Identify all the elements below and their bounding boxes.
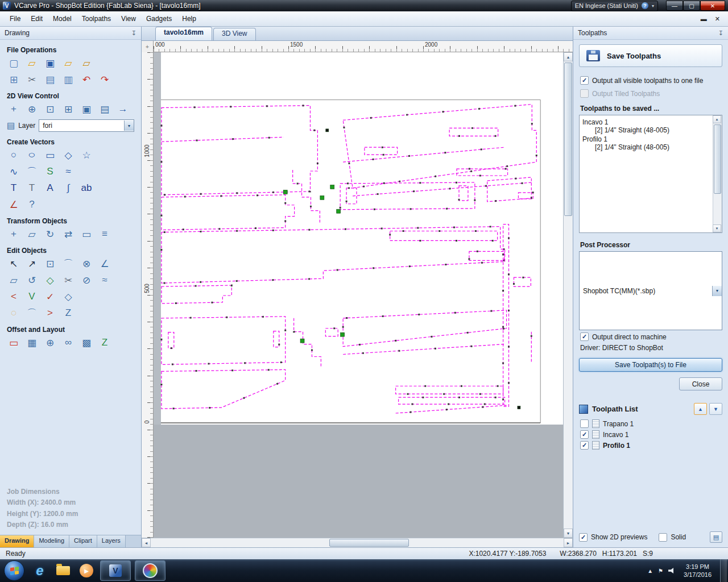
toolpath-vector[interactable]	[162, 285, 231, 304]
select-loop-icon[interactable]: ◌	[7, 307, 20, 319]
panel-tab-drawing[interactable]: Drawing	[0, 535, 34, 547]
toolpath-direction-marks[interactable]	[162, 106, 317, 195]
draw-wave-icon[interactable]: ≈	[61, 165, 75, 178]
distort-icon[interactable]: ▭	[80, 228, 93, 240]
arc-node-icon[interactable]: ⌒	[25, 307, 39, 319]
toolpath-direction-marks[interactable]	[343, 310, 506, 347]
convert-to-line-icon[interactable]: <	[7, 290, 20, 303]
cut-vector-icon[interactable]: >	[43, 307, 57, 319]
toolpath-direction-marks[interactable]	[340, 182, 475, 210]
open-recent-icon[interactable]: ▱	[61, 57, 75, 69]
toolpath-direction-marks[interactable]	[503, 225, 509, 406]
toolpath-vector[interactable]	[449, 128, 498, 136]
snap-node-marker[interactable]	[341, 332, 345, 336]
layer-select[interactable]: fori ▼	[39, 119, 134, 132]
start-button[interactable]	[4, 560, 24, 581]
toolpath-vector[interactable]	[343, 344, 504, 355]
move-up-button[interactable]: ▲	[694, 403, 707, 415]
toolpath-direction-marks[interactable]	[162, 195, 295, 230]
origin-marker[interactable]	[326, 129, 329, 132]
toolpath-vector[interactable]	[162, 106, 317, 195]
toolpath-visibility-checkbox[interactable]: ✓	[580, 441, 589, 450]
convert-text-icon[interactable]: ab	[80, 182, 93, 194]
import-vectors-icon[interactable]: ▱	[80, 57, 93, 69]
text-box-icon[interactable]: T	[25, 182, 39, 194]
snap-node-marker[interactable]	[300, 339, 304, 343]
save-file-icon[interactable]: ▣	[43, 57, 57, 69]
chevron-down-icon[interactable]: ▾	[652, 3, 654, 9]
toolpath-vector[interactable]	[325, 329, 338, 336]
job-setup-icon[interactable]: ⊞	[7, 73, 20, 86]
scroll-down-icon[interactable]: ▼	[564, 529, 573, 538]
edit-text-spacing-icon[interactable]: A	[43, 182, 57, 194]
toolpath-vector[interactable]	[293, 170, 320, 225]
output-tiled-checkbox[interactable]	[580, 89, 589, 98]
file-explorer-button[interactable]	[52, 561, 74, 580]
menu-toolpaths[interactable]: Toolpaths	[77, 13, 116, 25]
toolpaths-to-save-list[interactable]: ▲ ▼ Incavo 1[2] 1/4" Straight (48-005)Pr…	[579, 115, 722, 233]
menu-edit[interactable]: Edit	[26, 13, 48, 25]
toolpath-direction-marks[interactable]	[487, 177, 532, 202]
internet-explorer-button[interactable]: e	[29, 561, 51, 580]
media-player-button[interactable]: ▶	[76, 561, 97, 580]
fillet-icon[interactable]: ⌒	[61, 257, 75, 270]
set-size-icon[interactable]: ▱	[25, 228, 39, 240]
convert-to-bezier-icon[interactable]: V	[25, 290, 39, 303]
toolpath-visibility-checkbox[interactable]	[580, 419, 589, 428]
toolpath-direction-marks[interactable]	[162, 369, 286, 409]
language-bar[interactable]: EN Inglese (Stati Uniti) ? ▾	[571, 1, 658, 11]
node-edit-icon[interactable]: ↗	[25, 257, 39, 270]
toolpath-direction-marks[interactable]	[365, 147, 398, 155]
show-desktop-button[interactable]	[720, 559, 727, 582]
draw-polygon-icon[interactable]: ◇	[61, 149, 75, 161]
mirror-icon[interactable]: ⇄	[61, 228, 75, 240]
toolpath-vector[interactable]	[396, 386, 503, 394]
scissors-icon[interactable]: ✂	[61, 274, 75, 286]
scroll-right-icon[interactable]: ►	[564, 538, 573, 547]
job-boundary[interactable]	[161, 100, 540, 423]
toolpath-vector[interactable]	[390, 231, 498, 241]
close-button[interactable]: ✕	[700, 1, 725, 11]
action-center-flag-icon[interactable]: ⚑	[658, 568, 663, 574]
toolpath-direction-marks[interactable]	[168, 332, 174, 348]
panel-tab-clipart[interactable]: Clipart	[69, 535, 97, 547]
select-cursor-icon[interactable]: ↖	[7, 257, 20, 270]
toolpath-direction-marks[interactable]	[469, 251, 504, 260]
toolpath-direction-marks[interactable]	[457, 169, 508, 176]
mdi-minimize-icon[interactable]: ▬	[701, 15, 707, 23]
copy-along-vector-icon[interactable]: ∞	[61, 336, 75, 349]
offset-vectors-icon[interactable]: ▭	[7, 336, 20, 349]
saved-toolpath-name[interactable]: Incavo 1	[582, 118, 712, 126]
move-down-button[interactable]: ▼	[709, 403, 722, 415]
draw-freehand-icon[interactable]: ∿	[7, 165, 20, 178]
toolpath-vector[interactable]	[168, 332, 174, 348]
array-copy-icon[interactable]: ▦	[25, 336, 39, 349]
toolpath-direction-marks[interactable]	[353, 182, 532, 196]
toolpath-direction-marks[interactable]	[162, 285, 231, 304]
draw-text-icon[interactable]: T	[7, 182, 20, 194]
ruler-origin-icon[interactable]: +	[142, 41, 154, 53]
draw-arc-icon[interactable]: ⌒	[25, 165, 39, 178]
scroll-down-icon[interactable]: ▼	[713, 225, 721, 232]
pin-icon[interactable]: ↧	[131, 30, 136, 37]
pin-icon[interactable]: ↧	[718, 30, 723, 37]
toolpath-direction-marks[interactable]	[162, 227, 505, 284]
menu-gadgets[interactable]: Gadgets	[141, 13, 177, 25]
panel-tab-modeling[interactable]: Modeling	[34, 535, 69, 547]
minimize-button[interactable]: —	[666, 1, 683, 11]
zoom-box-icon[interactable]: ⊡	[43, 103, 57, 115]
post-processor-select[interactable]: Shopbot TC(MM)(*.sbp) ▼	[579, 251, 722, 330]
horizontal-scrollbar[interactable]: ◄ ►	[142, 538, 573, 547]
toolpath-vector[interactable]	[365, 147, 398, 155]
toolpath-direction-marks[interactable]	[274, 331, 279, 347]
zoom-interactive-icon[interactable]: ⊕	[25, 103, 39, 115]
vertical-ruler[interactable]: 10005000	[142, 52, 154, 538]
menu-file[interactable]: File	[5, 13, 26, 25]
move-selection-icon[interactable]: +	[7, 228, 20, 240]
toolpath-direction-marks[interactable]	[396, 386, 503, 394]
toolpath-direction-marks[interactable]	[325, 329, 338, 336]
validate-vectors-icon[interactable]: ✓	[43, 290, 57, 303]
zoom-extents-icon[interactable]: ⊞	[61, 103, 75, 115]
trim-icon[interactable]: ⊗	[80, 257, 93, 270]
mdi-close-icon[interactable]: ✕	[715, 15, 720, 23]
